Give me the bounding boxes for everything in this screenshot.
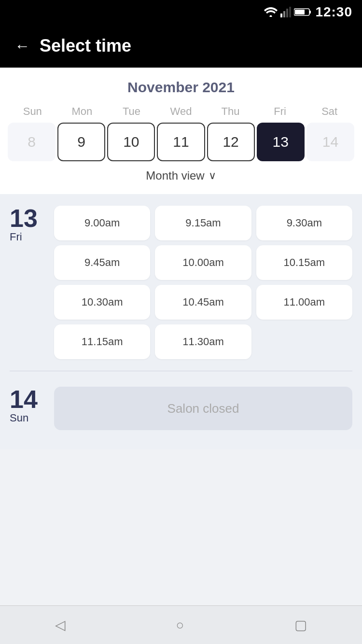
- day-headers: Sun Mon Tue Wed Thu Fri Sat: [8, 105, 354, 118]
- time-slots-section: 13 Fri 9.00am 9.15am 9.30am 9.45am 10.00…: [0, 194, 362, 449]
- day-13-content: 13 Fri 9.00am 9.15am 9.30am 9.45am 10.00…: [10, 206, 352, 359]
- day-header-mon: Mon: [57, 105, 107, 118]
- svg-rect-6: [309, 11, 311, 14]
- nav-back-button[interactable]: ◁: [55, 617, 66, 633]
- day-row: 8 9 10 11 12 13 14: [8, 123, 354, 161]
- day-cell-14: 14: [306, 123, 354, 161]
- day-header-wed: Wed: [156, 105, 206, 118]
- calendar-section: November 2021 Sun Mon Tue Wed Thu Fri Sa…: [0, 68, 362, 194]
- page-title: Select time: [40, 36, 131, 56]
- wifi-icon: [264, 7, 278, 17]
- svg-point-0: [270, 15, 272, 17]
- day-14-section: 14 Sun Salon closed: [0, 375, 362, 438]
- time-slot-1030am[interactable]: 10.30am: [54, 285, 150, 320]
- day-14-number: 14: [10, 387, 48, 412]
- day-14-name: Sun: [10, 412, 48, 424]
- day-header-sun: Sun: [8, 105, 57, 118]
- day-header-thu: Thu: [206, 105, 255, 118]
- back-button[interactable]: ←: [14, 37, 30, 55]
- bottom-nav: ◁ ○ ▢: [0, 605, 362, 644]
- time-slot-930am[interactable]: 9.30am: [256, 206, 352, 240]
- day-cell-8: 8: [8, 123, 56, 161]
- signal-icon: [280, 7, 291, 17]
- day-cell-9[interactable]: 9: [57, 123, 105, 161]
- day-cell-10[interactable]: 10: [107, 123, 155, 161]
- time-slot-1100am[interactable]: 11.00am: [256, 285, 352, 320]
- nav-recent-button[interactable]: ▢: [294, 617, 307, 633]
- day-header-fri: Fri: [255, 105, 305, 118]
- day-cell-11[interactable]: 11: [157, 123, 205, 161]
- day-14-info: 14 Sun: [10, 387, 48, 424]
- chevron-down-icon: ∨: [209, 169, 216, 182]
- time-slot-915am[interactable]: 9.15am: [155, 206, 251, 240]
- time-grid-13: 9.00am 9.15am 9.30am 9.45am 10.00am 10.1…: [54, 206, 352, 359]
- time-slot-945am[interactable]: 9.45am: [54, 245, 150, 280]
- svg-rect-4: [289, 7, 291, 17]
- day-14-content: 14 Sun Salon closed: [10, 387, 352, 430]
- status-time: 12:30: [315, 4, 352, 20]
- month-title: November 2021: [8, 79, 354, 96]
- svg-rect-7: [295, 10, 305, 14]
- day-13-section: 13 Fri 9.00am 9.15am 9.30am 9.45am 10.00…: [0, 194, 362, 367]
- svg-rect-3: [286, 9, 288, 17]
- time-slot-1045am[interactable]: 10.45am: [155, 285, 251, 320]
- battery-icon: [294, 8, 311, 16]
- svg-rect-2: [283, 11, 285, 17]
- svg-rect-1: [280, 14, 282, 17]
- time-slot-1115am[interactable]: 11.15am: [54, 324, 150, 359]
- day-13-name: Fri: [10, 231, 48, 243]
- section-divider: [10, 371, 352, 371]
- day-13-number: 13: [10, 206, 48, 231]
- day-cell-12[interactable]: 12: [207, 123, 255, 161]
- day-cell-13[interactable]: 13: [257, 123, 305, 161]
- day-header-tue: Tue: [107, 105, 156, 118]
- day-13-info: 13 Fri: [10, 206, 48, 359]
- status-bar: 12:30: [0, 0, 362, 24]
- salon-closed-message: Salon closed: [54, 387, 352, 430]
- app-header: ← Select time: [0, 24, 362, 68]
- time-slot-1000am[interactable]: 10.00am: [155, 245, 251, 280]
- nav-home-button[interactable]: ○: [176, 617, 184, 633]
- time-slot-900am[interactable]: 9.00am: [54, 206, 150, 240]
- day-header-sat: Sat: [305, 105, 354, 118]
- month-view-label: Month view: [146, 169, 204, 182]
- time-slot-1130am[interactable]: 11.30am: [155, 324, 251, 359]
- time-slot-1015am[interactable]: 10.15am: [256, 245, 352, 280]
- month-view-toggle[interactable]: Month view ∨: [8, 161, 354, 186]
- status-icons: [264, 7, 311, 17]
